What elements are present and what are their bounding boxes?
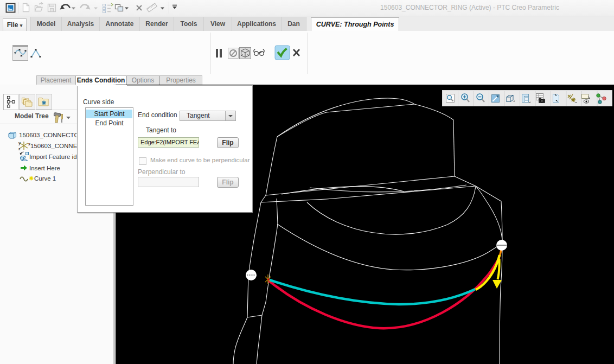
svg-text:z: z bbox=[18, 147, 21, 151]
svg-text:y: y bbox=[18, 141, 21, 145]
